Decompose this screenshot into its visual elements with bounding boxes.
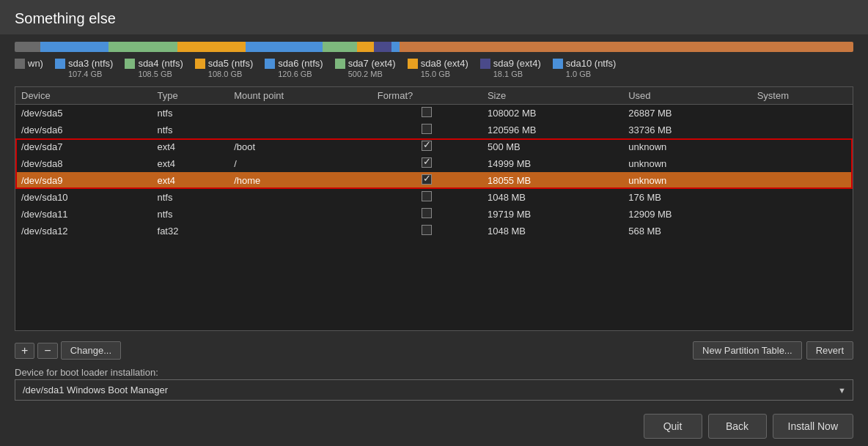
used-cell: unknown: [622, 138, 751, 155]
system-cell: [751, 104, 853, 122]
legend-color: [335, 59, 345, 69]
legend-name: sda10 (ntfs): [566, 58, 617, 70]
format-cell[interactable]: [372, 138, 482, 155]
format-cell[interactable]: [372, 104, 482, 122]
device-cell: /dev/sda9: [15, 172, 152, 189]
format-checkbox[interactable]: [422, 124, 432, 134]
mount-cell: /boot: [228, 138, 372, 155]
format-cell[interactable]: [372, 122, 482, 138]
size-cell: 120596 MB: [482, 122, 622, 138]
mount-cell: [228, 206, 372, 223]
legend-size: 500.2 MB: [348, 70, 396, 79]
table-header: Device: [15, 87, 152, 105]
type-cell: fat32: [152, 223, 229, 239]
type-cell: ntfs: [152, 104, 229, 122]
back-button[interactable]: Back: [708, 414, 767, 439]
quit-button[interactable]: Quit: [644, 414, 702, 439]
table-row[interactable]: /dev/sda5ntfs108002 MB26887 MB: [15, 104, 853, 122]
add-partition-button[interactable]: +: [15, 343, 34, 359]
table-header: Format?: [372, 87, 482, 105]
system-cell: [751, 172, 853, 189]
boot-loader-select[interactable]: /dev/sda1 Windows Boot Manager: [15, 379, 853, 401]
legend-color: [480, 59, 490, 69]
remove-partition-button[interactable]: −: [37, 343, 57, 359]
type-cell: ntfs: [152, 122, 229, 138]
format-cell[interactable]: [372, 172, 482, 189]
change-partition-button[interactable]: Change...: [61, 341, 121, 360]
legend-item: sda5 (ntfs) 108.0 GB: [195, 58, 253, 79]
legend-color: [553, 59, 563, 69]
legend-color: [265, 59, 275, 69]
legend-name: sda5 (ntfs): [208, 58, 253, 70]
format-checkbox[interactable]: [422, 141, 432, 151]
table-row[interactable]: /dev/sda10ntfs1048 MB176 MB: [15, 189, 853, 206]
partition-toolbar: + − Change... New Partition Table... Rev…: [15, 337, 853, 364]
device-cell: /dev/sda7: [15, 138, 152, 155]
partition-table-container[interactable]: DeviceTypeMount pointFormat?SizeUsedSyst…: [15, 86, 853, 331]
legend-item: sda6 (ntfs) 120.6 GB: [265, 58, 323, 79]
legend-name: wn): [28, 58, 43, 70]
install-now-button[interactable]: Install Now: [773, 414, 853, 439]
legend-item: sda3 (ntfs) 107.4 GB: [55, 58, 113, 79]
size-cell: 1048 MB: [482, 189, 622, 206]
legend-name: sda3 (ntfs): [68, 58, 113, 70]
legend-color: [55, 59, 65, 69]
table-row[interactable]: /dev/sda9ext4/home18055 MBunknown: [15, 172, 853, 189]
size-cell: 14999 MB: [482, 155, 622, 172]
legend-name: sda4 (ntfs): [138, 58, 183, 70]
format-checkbox[interactable]: [422, 225, 432, 235]
partition-table: DeviceTypeMount pointFormat?SizeUsedSyst…: [15, 87, 853, 239]
device-cell: /dev/sda11: [15, 206, 152, 223]
table-row[interactable]: /dev/sda11ntfs19719 MB12909 MB: [15, 206, 853, 223]
used-cell: unknown: [622, 155, 751, 172]
format-checkbox[interactable]: [422, 157, 432, 168]
legend-size: 120.6 GB: [278, 70, 323, 79]
device-cell: /dev/sda5: [15, 104, 152, 122]
device-cell: /dev/sda12: [15, 223, 152, 239]
new-partition-table-button[interactable]: New Partition Table...: [693, 341, 802, 360]
device-cell: /dev/sda10: [15, 189, 152, 206]
type-cell: ext4: [152, 138, 229, 155]
legend-color: [125, 59, 135, 69]
table-row[interactable]: /dev/sda6ntfs120596 MB33736 MB: [15, 122, 853, 138]
revert-button[interactable]: Revert: [806, 341, 853, 360]
format-cell[interactable]: [372, 223, 482, 239]
table-header: System: [751, 87, 853, 105]
size-cell: 500 MB: [482, 138, 622, 155]
device-cell: /dev/sda6: [15, 122, 152, 138]
table-row[interactable]: /dev/sda7ext4/boot500 MBunknown: [15, 138, 853, 155]
system-cell: [751, 138, 853, 155]
partition-bar: [15, 42, 853, 52]
format-checkbox[interactable]: [422, 208, 432, 218]
legend-name: sda7 (ext4): [348, 58, 396, 70]
format-cell[interactable]: [372, 206, 482, 223]
format-cell[interactable]: [372, 189, 482, 206]
legend-size: 108.0 GB: [208, 70, 253, 79]
used-cell: 176 MB: [622, 189, 751, 206]
mount-cell: /home: [228, 172, 372, 189]
legend-item: sda10 (ntfs) 1.0 GB: [553, 58, 617, 79]
size-cell: 19719 MB: [482, 206, 622, 223]
size-cell: 18055 MB: [482, 172, 622, 189]
system-cell: [751, 189, 853, 206]
system-cell: [751, 223, 853, 239]
table-row[interactable]: /dev/sda12fat321048 MB568 MB: [15, 223, 853, 239]
format-checkbox[interactable]: [422, 107, 432, 117]
legend-item: sda4 (ntfs) 108.5 GB: [125, 58, 183, 79]
table-header: Used: [622, 87, 751, 105]
legend-size: 108.5 GB: [138, 70, 183, 79]
format-checkbox[interactable]: [422, 174, 432, 185]
legend-color: [15, 59, 25, 69]
used-cell: 33736 MB: [622, 122, 751, 138]
type-cell: ext4: [152, 155, 229, 172]
format-checkbox[interactable]: [422, 191, 432, 201]
boot-loader-select-wrapper[interactable]: /dev/sda1 Windows Boot Manager: [15, 379, 853, 401]
legend-item: wn): [15, 58, 43, 79]
mount-cell: [228, 122, 372, 138]
legend-item: sda8 (ext4) 15.0 GB: [408, 58, 468, 79]
format-cell[interactable]: [372, 155, 482, 172]
boot-loader-label: Device for boot loader installation:: [15, 367, 853, 378]
type-cell: ext4: [152, 172, 229, 189]
dialog-title: Something else: [0, 0, 868, 34]
table-row[interactable]: /dev/sda8ext4/14999 MBunknown: [15, 155, 853, 172]
